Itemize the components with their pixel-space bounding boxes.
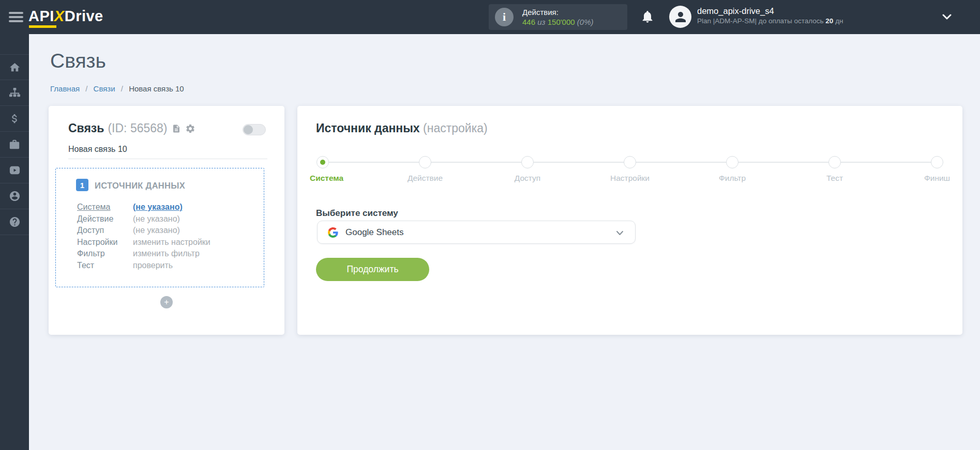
page-title: Связь	[50, 50, 106, 72]
step-label-action: Действие	[408, 174, 443, 183]
topbar: APIXDrive i Действия: 446 из 150'000 (0%…	[0, 0, 980, 34]
step-test: Тест	[828, 156, 841, 168]
status-row-settings: Настройки изменить настройки	[77, 237, 210, 249]
connection-title: Связь	[68, 121, 104, 135]
connection-enable-toggle[interactable]	[243, 124, 266, 135]
person-icon	[673, 9, 688, 25]
system-value-link[interactable]: (не указано)	[133, 201, 183, 213]
step-circle-test[interactable]	[828, 156, 841, 168]
bell-icon	[640, 9, 655, 24]
sidebar-item-billing[interactable]	[0, 106, 29, 132]
actions-counter[interactable]: i Действия: 446 из 150'000 (0%)	[489, 4, 627, 30]
step-action: Действие	[419, 156, 431, 168]
step-circle-finish[interactable]	[931, 156, 943, 168]
source-setup-subtitle: (настройка)	[423, 121, 488, 135]
step-circle-access[interactable]	[521, 156, 534, 168]
step-label-finish: Финиш	[924, 174, 950, 183]
step-finish: Финиш	[931, 156, 943, 168]
step-number-badge: 1	[76, 179, 88, 191]
select-system-label: Выберите систему	[316, 208, 398, 219]
step-circle-action[interactable]	[419, 156, 431, 168]
user-plan: Plan |ADM-AP-SM| до оплаты осталось 20 д…	[697, 17, 843, 26]
sidebar-item-connections[interactable]	[0, 80, 29, 106]
step-label-system: Система	[310, 174, 343, 183]
google-icon	[328, 227, 338, 238]
user-name: demo_apix-drive_s4	[697, 5, 843, 17]
user-menu[interactable]: demo_apix-drive_s4 Plan |ADM-AP-SM| до о…	[697, 5, 843, 26]
logo-underline	[29, 25, 56, 28]
connection-card: Связь (ID: 56568) Новая связь 10 1 ИСТОЧ…	[49, 106, 284, 335]
active-step-dot	[320, 160, 325, 165]
step-circle-settings[interactable]	[624, 156, 636, 168]
sidebar-item-account[interactable]	[0, 183, 29, 209]
actions-label: Действия:	[522, 7, 593, 17]
logo-x: X	[54, 8, 65, 24]
breadcrumb-home[interactable]: Главная	[50, 84, 80, 93]
hamburger-icon	[9, 12, 23, 14]
dropdown-chevron-icon	[616, 230, 624, 236]
step-circle-filter[interactable]	[726, 156, 738, 168]
briefcase-icon	[9, 139, 20, 150]
data-source-block[interactable]: 1 ИСТОЧНИК ДАННЫХ Система (не указано) Д…	[55, 168, 264, 287]
status-row-system: Система (не указано)	[77, 201, 210, 213]
user-avatar[interactable]	[669, 6, 691, 28]
status-row-action: Действие (не указано)	[77, 213, 210, 225]
actions-usage: 446 из 150'000 (0%)	[522, 17, 593, 27]
sidebar-item-home[interactable]	[0, 54, 29, 80]
continue-button[interactable]: Продолжить	[316, 258, 429, 281]
step-access: Доступ	[521, 156, 534, 168]
connection-id: (ID: 56568)	[108, 121, 167, 135]
user-menu-chevron[interactable]	[942, 14, 952, 22]
selected-system-value: Google Sheets	[345, 227, 403, 238]
info-icon: i	[495, 8, 514, 26]
source-setup-title: Источник данных (настройка)	[316, 121, 488, 135]
sidebar-item-services[interactable]	[0, 132, 29, 158]
status-row-filter: Фильтр изменить фильтр	[77, 248, 210, 260]
connection-name-field[interactable]: Новая связь 10	[68, 145, 267, 159]
connection-card-header: Связь (ID: 56568)	[68, 121, 195, 135]
source-status-rows: Система (не указано) Действие (не указан…	[77, 201, 210, 272]
help-icon	[9, 216, 21, 228]
menu-button[interactable]	[9, 12, 23, 22]
step-label-filter: Фильтр	[719, 174, 746, 183]
sidebar-item-help[interactable]	[0, 209, 29, 235]
toggle-knob	[244, 125, 253, 134]
user-circle-icon	[9, 190, 21, 202]
step-label-access: Доступ	[515, 174, 540, 183]
video-icon	[9, 164, 21, 176]
sitemap-icon	[9, 87, 21, 99]
apix-drive-logo[interactable]: APIXDrive	[28, 8, 103, 25]
main-content: Связь Главная / Связи / Новая связь 10 С…	[29, 34, 980, 450]
status-row-access: Доступ (не указано)	[77, 225, 210, 237]
breadcrumb-current: Новая связь 10	[129, 84, 184, 93]
sidebar	[0, 34, 29, 450]
step-filter: Фильтр	[726, 156, 738, 168]
document-icon	[172, 124, 181, 133]
source-setup-card: Источник данных (настройка) Система Дейс…	[297, 106, 962, 335]
breadcrumb: Главная / Связи / Новая связь 10	[50, 84, 184, 93]
breadcrumb-connections[interactable]: Связи	[94, 84, 115, 93]
notes-button[interactable]	[172, 124, 181, 133]
dollar-icon	[9, 113, 21, 125]
data-source-block-title: ИСТОЧНИК ДАННЫХ	[95, 181, 185, 191]
system-label-link[interactable]: Система	[77, 201, 133, 213]
step-circle-system[interactable]	[316, 156, 329, 168]
settings-button[interactable]	[185, 123, 195, 134]
logo-api: API	[28, 8, 54, 24]
step-settings: Настройки	[624, 156, 636, 168]
notifications-button[interactable]	[640, 9, 655, 25]
system-select-dropdown[interactable]: Google Sheets	[317, 221, 636, 244]
step-system: Система	[316, 156, 329, 168]
sidebar-item-video[interactable]	[0, 158, 29, 183]
step-label-settings: Настройки	[610, 174, 650, 183]
status-row-test: Тест проверить	[77, 260, 210, 272]
home-icon	[9, 61, 21, 73]
chevron-down-icon	[942, 14, 952, 20]
gear-icon	[185, 123, 195, 134]
add-block-button[interactable]: +	[160, 296, 173, 308]
logo-drive: Drive	[65, 8, 103, 24]
step-label-test: Тест	[826, 174, 843, 183]
